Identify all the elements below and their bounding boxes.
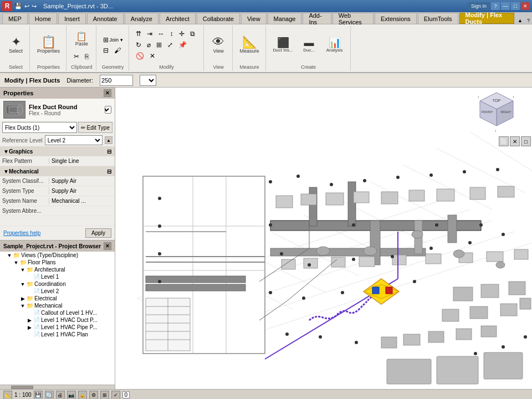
check-icon[interactable]: ✓ bbox=[111, 391, 120, 400]
tree-floor-plans[interactable]: ▼ 📁 Floor Plans bbox=[0, 259, 115, 266]
sign-in[interactable]: Sign In bbox=[468, 2, 490, 10]
tree-architectural[interactable]: ▼ 📁 Architectural bbox=[0, 266, 115, 273]
tree-mechanical[interactable]: ▼ 📁 Mechanical bbox=[0, 302, 115, 309]
trim-btn[interactable]: ⌀ bbox=[145, 40, 153, 50]
properties-apply-btn[interactable]: Apply bbox=[85, 228, 111, 238]
tree-hvac-duct[interactable]: ▶ 📄 Level 1 HVAC Duct P... bbox=[0, 316, 115, 324]
measure-btn[interactable]: 📐 Measure bbox=[237, 28, 262, 62]
mechanical-label: Mechanical bbox=[9, 168, 39, 175]
diameter-input[interactable] bbox=[100, 75, 133, 86]
lock-icon[interactable]: 🔒 bbox=[78, 391, 87, 400]
tab-mep[interactable]: MEP bbox=[2, 13, 28, 24]
delete-btn[interactable]: ✕ bbox=[147, 51, 157, 61]
sys-type-value: Supply Air bbox=[49, 188, 115, 194]
view-3d-btn[interactable]: ⬜ bbox=[499, 136, 509, 146]
mirror-x-btn[interactable]: ↔ bbox=[156, 29, 167, 39]
paste-btn[interactable]: 📋 Paste bbox=[71, 28, 91, 50]
quick-access-undo[interactable]: ↩ bbox=[24, 3, 29, 10]
refresh-icon[interactable]: 🔄 bbox=[45, 391, 54, 400]
tree-hvac-plan[interactable]: 📄 Level 1 HVAC Plan bbox=[0, 331, 115, 338]
flex-ducts-count-select[interactable]: Flex Ducts (1) bbox=[2, 122, 77, 133]
view-close-btn[interactable]: ✕ bbox=[510, 136, 520, 146]
join-geometry-btn[interactable]: ⊞ Join ▾ bbox=[101, 35, 125, 45]
ref-level-select[interactable]: Level 2 bbox=[45, 135, 103, 145]
tab-home[interactable]: Home bbox=[29, 13, 57, 24]
quick-access-save[interactable]: 💾 bbox=[14, 3, 22, 10]
rotate-btn[interactable]: ↻ bbox=[134, 40, 144, 50]
tab-addins[interactable]: Add-Ins bbox=[303, 13, 331, 24]
copy-el-icon: ⧉ bbox=[190, 30, 195, 38]
view-area[interactable]: TOP RIGHT FRONT ↑ ↑ ↓ ⬜ ✕ □ bbox=[115, 88, 532, 389]
tree-electrical[interactable]: ▶ 📁 Electrical bbox=[0, 295, 115, 302]
tab-view[interactable]: View bbox=[241, 13, 267, 24]
edit-type-btn[interactable]: ✏ Edit Type bbox=[78, 122, 112, 133]
view-ribbon-btn[interactable]: 👁 View bbox=[208, 28, 228, 62]
quick-access-redo[interactable]: ↪ bbox=[32, 3, 37, 10]
browser-close-btn[interactable]: ✕ bbox=[104, 242, 111, 250]
tab-architect[interactable]: Architect bbox=[160, 13, 196, 24]
pin-btn[interactable]: 📌 bbox=[176, 40, 189, 50]
offset-btn[interactable]: ⇥ bbox=[145, 29, 155, 39]
navigation-cube[interactable]: TOP RIGHT FRONT ↑ ↑ ↓ bbox=[474, 90, 519, 134]
copy-btn[interactable]: ⎘ bbox=[83, 52, 91, 62]
tree-coordination[interactable]: ▼ 📁 Coordination bbox=[0, 280, 115, 288]
array-btn[interactable]: ⊞ bbox=[154, 40, 164, 50]
properties-help-link[interactable]: Properties help bbox=[3, 230, 40, 236]
scale-btn[interactable]: ⤢ bbox=[165, 40, 175, 50]
tab-insert[interactable]: Insert bbox=[58, 13, 86, 24]
tab-annotate[interactable]: Annotate bbox=[87, 13, 124, 24]
save-status-icon[interactable]: 💾 bbox=[34, 391, 43, 400]
tree-callout-level1[interactable]: 📄 Callout of Level 1 HV... bbox=[0, 309, 115, 316]
cut-btn[interactable]: ✂ bbox=[71, 52, 81, 62]
tree-views[interactable]: ▼ 📁 Views (Type/Discipline) bbox=[0, 252, 115, 259]
view-restore-btn[interactable]: □ bbox=[521, 136, 531, 146]
electrical-icon: 📁 bbox=[27, 295, 33, 301]
mechanical-section-header[interactable]: ▼ Mechanical ⊟ bbox=[0, 166, 115, 176]
group-view-label: View bbox=[213, 63, 223, 70]
cut-geometry-btn[interactable]: ⊟ bbox=[101, 45, 111, 55]
paint-btn[interactable]: 🖌 bbox=[112, 45, 123, 55]
minimize-btn[interactable]: — bbox=[501, 2, 510, 10]
properties-ribbon-btn[interactable]: 📋 Properties bbox=[34, 28, 63, 62]
svg-point-92 bbox=[269, 180, 272, 183]
mechanical-expand-btn[interactable]: ⊟ bbox=[107, 168, 111, 175]
browser-scrollbar[interactable] bbox=[0, 385, 115, 389]
tree-level2-coord[interactable]: 📄 Level 2 bbox=[0, 288, 115, 295]
settings-icon[interactable]: ⚙ bbox=[89, 391, 98, 400]
tree-level1-arch[interactable]: 📄 Level 1 bbox=[0, 273, 115, 280]
tab-analyze[interactable]: Analyze bbox=[125, 13, 158, 24]
camera-icon[interactable]: 📷 bbox=[67, 391, 76, 400]
tab-webservices[interactable]: Web Services bbox=[332, 13, 374, 24]
tab-manage[interactable]: Manage bbox=[268, 13, 302, 24]
close-btn[interactable]: ✕ bbox=[521, 2, 530, 10]
graphics-section-header[interactable]: ▼ Graphics ⊟ bbox=[0, 146, 115, 156]
properties-close-btn[interactable]: ✕ bbox=[104, 89, 111, 97]
graphics-expand-btn[interactable]: ⊟ bbox=[107, 149, 111, 155]
help-btn[interactable]: ? bbox=[491, 2, 500, 10]
align-btn[interactable]: ⇈ bbox=[134, 29, 144, 39]
tab-elumtools[interactable]: ElumTools bbox=[418, 13, 458, 24]
modify-btn[interactable]: ✦ Select bbox=[6, 28, 26, 62]
browser-tree[interactable]: ▼ 📁 Views (Type/Discipline) ▼ 📁 Floor Pl… bbox=[0, 252, 115, 385]
duct-lining-btn[interactable]: ▬ Duc... bbox=[298, 28, 320, 62]
move-btn[interactable]: ✛ bbox=[177, 29, 187, 39]
help-ribbon-btn[interactable]: ? bbox=[525, 18, 532, 23]
diameter-unit-select[interactable] bbox=[140, 75, 156, 86]
mirror-y-btn[interactable]: ↕ bbox=[168, 29, 176, 39]
tab-extensions[interactable]: Extensions bbox=[375, 13, 417, 24]
maximize-btn[interactable]: □ bbox=[511, 2, 520, 10]
copy-el-btn[interactable]: ⧉ bbox=[188, 29, 197, 39]
print-icon[interactable]: 🖨 bbox=[56, 391, 65, 400]
duct-insulation-btn[interactable]: ⬛ Duct Ins... bbox=[270, 28, 296, 62]
grid-icon[interactable]: ⊞ bbox=[100, 391, 109, 400]
prop-scroll-up-btn[interactable]: ▲ bbox=[105, 136, 112, 144]
analysis-btn[interactable]: 📊 Analysis bbox=[323, 28, 347, 62]
ribbon-expand-btn[interactable]: ▲ bbox=[515, 18, 525, 23]
tab-collaborate[interactable]: Collaborate bbox=[197, 13, 240, 24]
prop-type-dropdown[interactable] bbox=[105, 106, 111, 114]
browser-hscroll-thumb[interactable] bbox=[11, 386, 33, 389]
tree-hvac-pipe[interactable]: ▶ 📄 Level 1 HVAC Pipe P... bbox=[0, 324, 115, 331]
unpin-btn[interactable]: 🚫 bbox=[134, 51, 146, 61]
tab-modify-flexducts[interactable]: Modify | Flex Ducts bbox=[459, 13, 515, 24]
scale-icon-btn[interactable]: 📐 bbox=[3, 391, 12, 400]
